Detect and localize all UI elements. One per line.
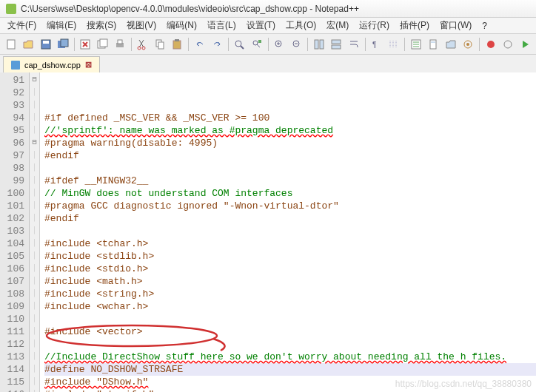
zoom-in-icon[interactable] xyxy=(272,36,287,53)
menu-settings[interactable]: 设置(T) xyxy=(242,18,280,33)
separator xyxy=(228,38,229,51)
save-all-icon[interactable] xyxy=(55,36,70,53)
print-icon[interactable] xyxy=(112,36,127,53)
new-file-icon[interactable] xyxy=(3,36,19,53)
svg-rect-0 xyxy=(7,40,15,49)
open-file-icon[interactable] xyxy=(20,36,36,53)
svg-rect-18 xyxy=(258,40,261,43)
folder-workspace-icon[interactable] xyxy=(443,36,458,53)
menu-language[interactable]: 语言(L) xyxy=(203,18,241,33)
svg-rect-7 xyxy=(100,39,107,47)
tab-close-icon[interactable]: ⊠ xyxy=(85,60,92,70)
svg-rect-2 xyxy=(43,41,49,44)
svg-point-31 xyxy=(487,41,495,48)
menu-bar: 文件(F) 编辑(E) 搜索(S) 视图(V) 编码(N) 语言(L) 设置(T… xyxy=(0,18,536,34)
zoom-out-icon[interactable] xyxy=(289,36,304,53)
close-icon[interactable] xyxy=(78,36,93,53)
play-icon[interactable] xyxy=(517,36,533,53)
toolbar: ¶ xyxy=(0,34,536,55)
editor-area[interactable]: 9192939495969798991001011021031041051061… xyxy=(0,72,536,392)
svg-rect-22 xyxy=(320,40,324,49)
show-all-chars-icon[interactable]: ¶ xyxy=(369,36,384,53)
separator xyxy=(131,38,132,51)
app-icon xyxy=(6,4,16,14)
svg-text:¶: ¶ xyxy=(372,41,376,49)
separator xyxy=(307,38,308,51)
svg-rect-21 xyxy=(315,40,318,49)
function-list-icon[interactable] xyxy=(408,36,423,53)
record-icon[interactable] xyxy=(483,36,498,53)
indent-guide-icon[interactable] xyxy=(386,36,401,53)
svg-rect-4 xyxy=(61,39,68,47)
separator xyxy=(188,38,189,51)
title-bar: C:\Users\wse\Desktop\opencv-4.0.0\module… xyxy=(0,0,536,18)
tab-label: cap_dshow.cpp xyxy=(24,61,81,70)
separator xyxy=(365,38,366,51)
menu-window[interactable]: 窗口(W) xyxy=(435,18,476,33)
svg-rect-9 xyxy=(118,40,122,44)
svg-rect-13 xyxy=(158,42,164,49)
doc-map-icon[interactable] xyxy=(426,36,441,53)
undo-icon[interactable] xyxy=(192,36,207,53)
separator xyxy=(268,38,269,51)
menu-search[interactable]: 搜索(S) xyxy=(82,18,121,33)
copy-icon[interactable] xyxy=(152,36,167,53)
find-icon[interactable] xyxy=(232,36,247,53)
code-area[interactable]: #if defined _MSC_VER && _MSC_VER >= 100/… xyxy=(40,72,536,392)
paste-icon[interactable] xyxy=(170,36,185,53)
fold-gutter[interactable]: ⊟||||⊟||||||||||||||||||||| xyxy=(30,72,40,392)
window-title: C:\Users\wse\Desktop\opencv-4.0.0\module… xyxy=(21,4,359,14)
watermark: https://blog.csdn.net/qq_38880380 xyxy=(395,379,532,389)
menu-macro[interactable]: 宏(M) xyxy=(322,18,353,33)
separator xyxy=(479,38,480,51)
stop-record-icon[interactable] xyxy=(500,36,515,53)
menu-tools[interactable]: 工具(O) xyxy=(281,18,321,33)
save-icon[interactable] xyxy=(38,36,53,53)
svg-point-32 xyxy=(504,41,512,48)
tab-bar: cap_dshow.cpp ⊠ xyxy=(0,55,536,72)
menu-plugins[interactable]: 插件(P) xyxy=(395,18,434,33)
menu-encoding[interactable]: 编码(N) xyxy=(162,18,201,33)
svg-rect-23 xyxy=(332,40,341,44)
svg-point-30 xyxy=(466,43,469,46)
replace-icon[interactable] xyxy=(249,36,264,53)
close-all-icon[interactable] xyxy=(95,36,110,53)
svg-rect-28 xyxy=(431,41,435,43)
menu-help[interactable]: ? xyxy=(478,19,492,33)
file-icon xyxy=(11,61,20,70)
menu-edit[interactable]: 编辑(E) xyxy=(42,18,81,33)
svg-rect-14 xyxy=(173,41,181,49)
svg-rect-27 xyxy=(430,40,436,49)
menu-run[interactable]: 运行(R) xyxy=(355,18,394,33)
svg-rect-24 xyxy=(332,45,341,49)
menu-file[interactable]: 文件(F) xyxy=(3,18,41,33)
line-number-gutter: 9192939495969798991001011021031041051061… xyxy=(0,72,30,392)
cut-icon[interactable] xyxy=(135,36,150,53)
monitor-icon[interactable] xyxy=(460,36,476,53)
menu-view[interactable]: 视图(V) xyxy=(122,18,161,33)
tab-active[interactable]: cap_dshow.cpp ⊠ xyxy=(3,56,100,72)
svg-rect-15 xyxy=(175,39,179,41)
sync-v-icon[interactable] xyxy=(311,36,326,53)
separator xyxy=(404,38,405,51)
wrap-icon[interactable] xyxy=(346,36,361,53)
redo-icon[interactable] xyxy=(209,36,224,53)
sync-h-icon[interactable] xyxy=(329,36,344,53)
separator xyxy=(74,38,75,51)
svg-point-16 xyxy=(235,41,241,47)
